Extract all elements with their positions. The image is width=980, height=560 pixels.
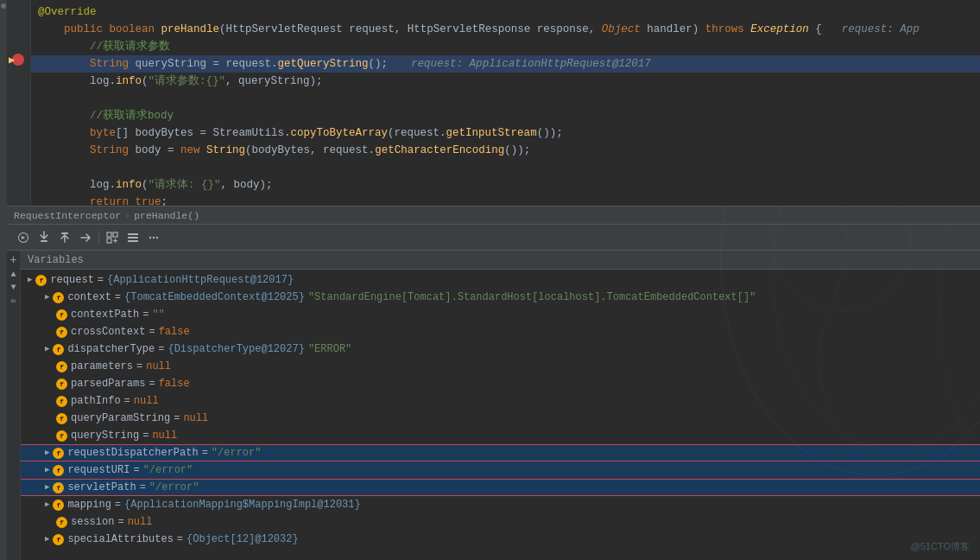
svg-rect-6	[113, 232, 117, 237]
code-line-11: log.info("请求体: {}", body);	[31, 176, 980, 194]
code-line-4-highlighted: String queryString = request.getQueryStr…	[31, 55, 980, 73]
evaluate-button[interactable]	[103, 228, 122, 247]
left-sidebar	[0, 0, 7, 560]
var-parsedparams[interactable]: f parsedParams = false	[21, 375, 980, 392]
code-line-12: return true;	[31, 194, 980, 206]
side-oo-button[interactable]: ∞	[11, 297, 16, 306]
var-request[interactable]: ▶ f request = {ApplicationHttpRequest@12…	[21, 271, 980, 289]
svg-point-12	[153, 236, 155, 238]
code-lines: @Override public boolean preHandle(HttpS…	[31, 0, 980, 206]
code-line-7: //获取请求body	[31, 107, 980, 124]
var-querystring[interactable]: f queryString = null	[21, 427, 980, 444]
code-line-2: public boolean preHandle(HttpServletRequ…	[31, 21, 980, 38]
svg-rect-3	[41, 240, 47, 242]
var-specialattributes[interactable]: ▶ f specialAttributes = {Object[12]@1203…	[21, 531, 980, 548]
var-session[interactable]: f session = null	[21, 513, 980, 531]
var-pathinfo[interactable]: f pathInfo = null	[21, 392, 980, 410]
code-editor: ▶ @Override public boolean preHandle(Htt…	[7, 0, 980, 206]
debug-toolbar	[7, 225, 980, 251]
var-requesturi[interactable]: ▶ f requestURI = "/error"	[21, 461, 980, 479]
code-line-1: @Override	[31, 3, 980, 21]
step-out-button[interactable]	[55, 228, 74, 247]
step-over-button[interactable]	[14, 228, 33, 247]
run-to-cursor-button[interactable]	[76, 228, 95, 247]
var-contextpath[interactable]: f contextPath = ""	[21, 306, 980, 323]
breadcrumb-bar: RequestInterceptor › preHandle()	[7, 206, 980, 225]
svg-point-11	[149, 236, 151, 238]
svg-rect-4	[61, 232, 68, 234]
svg-rect-7	[107, 239, 111, 243]
svg-rect-8	[128, 233, 138, 235]
variables-panel: + ▲ ▼ ∞ Variables ▶ f request =	[7, 251, 980, 560]
variables-list: ▶ f request = {ApplicationHttpRequest@12…	[21, 270, 980, 560]
code-line-9: String body = new String(bodyBytes, requ…	[31, 142, 980, 159]
step-into-button[interactable]	[35, 228, 54, 247]
svg-rect-9	[128, 237, 138, 239]
svg-rect-10	[128, 240, 138, 242]
variables-title: Variables	[28, 254, 84, 266]
code-line-5: log.info("请求参数:{}", queryString);	[31, 73, 980, 90]
var-servletpath[interactable]: ▶ f servletPath = "/error"	[21, 479, 980, 496]
code-line-6	[31, 90, 980, 107]
watermark: @51CTO博客	[911, 540, 970, 553]
side-arrow-down[interactable]: ▼	[10, 283, 16, 292]
more-button[interactable]	[144, 228, 163, 247]
var-dispatchertype[interactable]: ▶ f dispatcherType = {DispatcherType@120…	[21, 340, 980, 358]
var-context[interactable]: ▶ f context = {TomcatEmbeddedContext@120…	[21, 289, 980, 306]
line-gutter: ▶	[7, 0, 31, 206]
breadcrumb-separator: ›	[124, 210, 130, 221]
var-crosscontext[interactable]: f crossContext = false	[21, 323, 980, 340]
code-line-10	[31, 159, 980, 176]
var-queryparamstring[interactable]: f queryParamString = null	[21, 410, 980, 427]
side-arrow-up[interactable]: ▲	[10, 270, 16, 279]
side-plus-button[interactable]: +	[9, 254, 16, 266]
var-parameters[interactable]: f parameters = null	[21, 358, 980, 375]
sidebar-dot-1	[1, 3, 6, 9]
breadcrumb-method: preHandle()	[134, 210, 199, 221]
panel-side-gutter: + ▲ ▼ ∞	[7, 251, 21, 560]
variables-header: Variables	[21, 251, 980, 270]
svg-rect-5	[107, 232, 111, 237]
var-requestdispatcherpath[interactable]: ▶ f requestDispatcherPath = "/error"	[21, 444, 980, 461]
var-mapping[interactable]: ▶ f mapping = {ApplicationMapping$Mappin…	[21, 496, 980, 513]
breadcrumb-class: RequestInterceptor	[14, 210, 121, 221]
code-line-8: byte[] bodyBytes = StreamUtils.copyToByt…	[31, 124, 980, 142]
frames-button[interactable]	[123, 228, 142, 247]
code-line-3: //获取请求参数	[31, 38, 980, 55]
svg-point-13	[156, 236, 158, 238]
toolbar-sep-1	[98, 231, 99, 245]
